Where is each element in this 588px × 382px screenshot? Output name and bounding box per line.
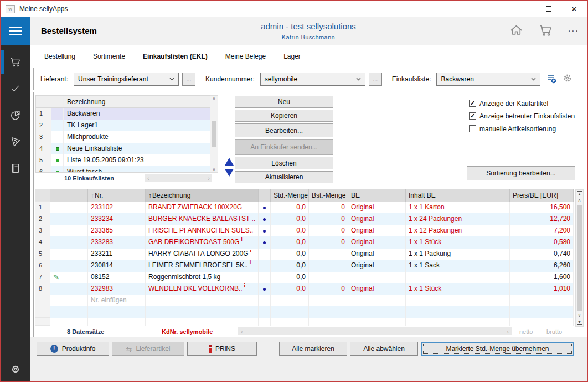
bezeichnung-cell[interactable]: BURGER KNAECKE BALLASTST .. [146, 213, 259, 225]
be-cell[interactable]: Original [348, 225, 406, 237]
scroll-up-icon[interactable]: ∧ [578, 197, 581, 204]
scroll-left-icon[interactable]: ‹ [241, 328, 243, 335]
preis-cell[interactable]: 6,260 [510, 260, 574, 272]
insert-nr-cell[interactable]: Nr. einfügen [88, 295, 146, 306]
scroll-down-icon[interactable]: ∨ [213, 167, 216, 172]
list-item[interactable]: 5Liste 19.05.2005 09:01:23 [36, 154, 210, 166]
scrollbar-thumb[interactable] [212, 121, 216, 147]
lieferant-more-button[interactable]: ... [182, 73, 195, 86]
minimize-button[interactable] [510, 1, 536, 17]
std-menge-cell[interactable]: 0,0 [271, 248, 309, 260]
table-row[interactable]: 2233234BURGER KNAECKE BALLASTST ..0,00Or… [35, 213, 574, 225]
cart-button[interactable] [538, 23, 554, 40]
list-item-label[interactable]: Liste 19.05.2005 09:01:23 [64, 154, 210, 166]
nr-cell[interactable]: 230814 [88, 260, 146, 272]
scroll-to-top-icon[interactable]: ▲ [577, 191, 582, 197]
bezeichnung-cell[interactable]: HARRY CIABATTA LONGO 200Gi [146, 248, 259, 260]
inhalt-be-cell[interactable]: 1 x 1 Stück [406, 283, 510, 295]
markierte-std-menge-übernehmen-button[interactable]: Markierte Std.-Menge übernehmen [421, 342, 574, 356]
sidebar-item-orders[interactable] [1, 49, 30, 75]
bst-menge-cell[interactable]: 0 [309, 213, 348, 225]
scroll-up-icon[interactable]: ∧ [213, 96, 216, 101]
std-menge-cell[interactable]: 0,0 [271, 271, 309, 283]
scroll-left-icon[interactable]: ‹ [147, 175, 149, 182]
tab-meine-belege[interactable]: Meine Belege [225, 53, 266, 60]
list-item-label[interactable]: Neue Einkaufsliste [64, 143, 210, 154]
einkaufsliste-select[interactable]: Backwaren [436, 73, 540, 86]
nr-cell[interactable]: 233234 [88, 213, 146, 225]
bearbeiten-button[interactable]: Bearbeiten... [235, 123, 333, 137]
table-row[interactable]: 6230814LEIMER SEMMELBROESEL 5K..i0,0Orig… [35, 260, 574, 271]
inhalt-be-cell[interactable] [406, 271, 510, 283]
list-item-label[interactable]: Milchprodukte [64, 131, 210, 143]
bezeichnung-column-header[interactable]: Bezeichnung [64, 96, 210, 107]
bst-menge-cell[interactable]: 0 [309, 202, 348, 214]
std-menge-cell[interactable]: 0,0 [271, 225, 309, 237]
more-menu-button[interactable]: ... [568, 26, 579, 36]
be-cell[interactable] [348, 271, 406, 283]
list-item-label[interactable]: Backwaren [64, 108, 210, 120]
preis-cell[interactable]: 0,740 [510, 248, 574, 260]
checkbox-anzeige-der-kaufartikel[interactable]: ✓Anzeige der Kaufartikel [469, 97, 575, 110]
column-header-bst-menge[interactable]: Bst.-Menge [309, 189, 348, 202]
list-horizontal-scrollbar[interactable]: ‹ › [145, 174, 212, 182]
aktualisieren-button[interactable]: Aktualisieren [235, 171, 333, 183]
bst-menge-cell[interactable]: 0 [309, 236, 348, 249]
preis-cell[interactable]: 12,720 [510, 213, 574, 225]
checkbox-icon[interactable]: ✓ [469, 112, 476, 120]
tab-bestellung[interactable]: Bestellung [44, 53, 75, 60]
löschen-button[interactable]: Löschen [235, 157, 333, 169]
list-item[interactable]: 6Wurst frisch [36, 166, 210, 173]
table-settings-button[interactable] [562, 73, 573, 85]
sidebar-item-catalog[interactable] [1, 155, 30, 182]
column-header-preis-be-eur[interactable]: Preis/BE [EUR] [510, 189, 574, 202]
be-cell[interactable]: Original [348, 260, 406, 272]
list-vertical-scrollbar[interactable]: ∧ ∨ [210, 95, 218, 173]
insert-row[interactable]: Nr. einfügen [35, 295, 574, 306]
std-menge-cell[interactable]: 0,0 [271, 213, 309, 225]
kundennummer-select[interactable]: sellymobile [260, 73, 365, 86]
std-menge-cell[interactable]: 0,0 [271, 236, 309, 249]
preis-cell[interactable]: 1,010 [510, 283, 574, 295]
list-item[interactable]: 4Neue Einkaufsliste [36, 143, 210, 154]
scrollbar-thumb[interactable] [577, 205, 582, 311]
inhalt-be-cell[interactable]: 1 x 1 Packung [406, 248, 510, 260]
table-horizontal-scrollbar[interactable]: ‹ › [238, 327, 512, 335]
shopping-lists-header[interactable]: Bezeichnung [36, 96, 210, 108]
kopieren-button[interactable]: Kopieren [235, 110, 333, 122]
tab-lager[interactable]: Lager [283, 53, 301, 60]
bezeichnung-cell[interactable]: WENDELN DKL VOLLKORNB..i [146, 283, 259, 295]
bezeichnung-cell[interactable]: FRISCHE PFANNKUCHEN SUES.. [146, 225, 259, 237]
netto-label[interactable]: netto [519, 328, 533, 335]
std-menge-cell[interactable]: 0,0 [271, 260, 309, 272]
new-list-button[interactable] [546, 73, 556, 85]
bezeichnung-cell[interactable]: Roggenmischbrot 1,5 kg [146, 271, 259, 283]
column-header-nr[interactable]: ↑Nr. [88, 189, 146, 202]
brutto-label[interactable]: brutto [546, 328, 562, 335]
preis-cell[interactable]: 0,580 [510, 236, 574, 249]
sidebar-item-statistics[interactable] [1, 102, 30, 128]
checkbox-icon[interactable] [469, 125, 476, 132]
sidebar-item-tasks[interactable] [1, 75, 30, 102]
table-row[interactable]: 1233102BRANDT ZWIEBACK 100X20G0,00Origin… [35, 202, 574, 213]
nr-cell[interactable]: 233102 [88, 202, 146, 214]
table-row[interactable]: 4233283GAB DREIKORNTOAST 500Gi0,00Origin… [35, 236, 574, 248]
prins-button[interactable]: PRiNS [187, 342, 257, 356]
scroll-right-icon[interactable]: › [507, 328, 509, 335]
sidebar-item-offers[interactable] [1, 128, 30, 155]
list-item[interactable]: 1Backwaren [36, 108, 210, 120]
inhalt-be-cell[interactable]: 1 x 1 Sack [406, 260, 510, 272]
inhalt-be-cell[interactable]: 1 x 12 Packungen [406, 225, 510, 237]
checkbox-anzeige-betreuter-einkaufslisten[interactable]: ✓Anzeige betreuter Einkaufslisten [469, 110, 575, 122]
std-menge-cell[interactable]: 0,0 [271, 283, 309, 295]
be-cell[interactable]: Original [348, 283, 406, 295]
be-cell[interactable]: Original [348, 236, 406, 249]
sidebar-settings-button[interactable] [1, 363, 30, 375]
column-header-bezeichnung[interactable]: ↑Bezeichnung [146, 189, 259, 202]
column-header-be[interactable]: BE [348, 189, 406, 202]
bst-menge-cell[interactable] [309, 260, 348, 272]
tab-sortimente[interactable]: Sortimente [93, 53, 125, 60]
table-row[interactable]: 8232983WENDELN DKL VOLLKORNB..i0,00Origi… [35, 283, 574, 295]
alle-abwählen-button[interactable]: Alle abwählen [350, 342, 418, 356]
nr-cell[interactable]: 08152 [88, 271, 146, 283]
